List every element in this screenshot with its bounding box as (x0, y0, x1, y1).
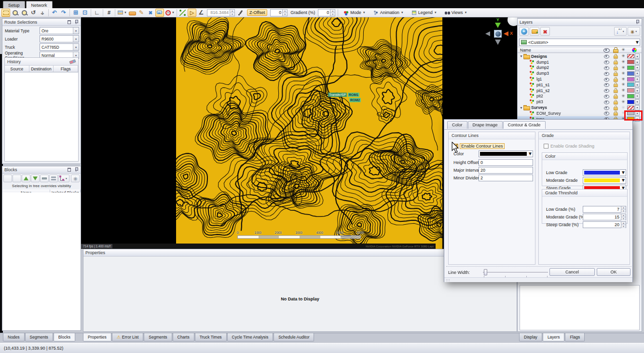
grade-threshold-spinner[interactable]: ▲▼ (621, 214, 626, 220)
axis-west-arrow-icon[interactable] (485, 31, 490, 36)
delete-icon[interactable]: ▼ (146, 9, 155, 17)
pin-icon[interactable] (73, 20, 79, 25)
slider-track[interactable] (483, 272, 548, 272)
route-field-select[interactable]: CAT785D▼ (40, 43, 79, 51)
orbit-icon[interactable]: ▼ (29, 9, 38, 17)
enable-grade-shading-checkbox[interactable] (544, 144, 548, 149)
layer-visibility-toggle[interactable] (602, 54, 611, 58)
pan-icon[interactable]: ▼ (38, 9, 47, 17)
layer-color-swatch[interactable] (627, 54, 634, 58)
settings-gear-icon[interactable]: ▼ (71, 175, 80, 182)
zoom-extents-icon[interactable]: ▼ (81, 9, 89, 17)
layer-name[interactable]: Surveys (531, 105, 602, 110)
history-table-body[interactable] (5, 73, 78, 161)
bottom-dock-tab[interactable]: Segments (144, 333, 172, 341)
node-label-rom2[interactable]: ROM2 (349, 98, 361, 102)
bottom-dock-tab[interactable]: Properties (83, 333, 111, 341)
layer-row[interactable]: ▼ pit3 ✳ ▼ (518, 99, 642, 105)
angle-input[interactable] (207, 10, 230, 15)
snap-face-icon[interactable]: ▼ (188, 9, 196, 17)
axis-y-arrow-icon[interactable] (495, 23, 501, 28)
color-column-icon[interactable] (627, 48, 642, 53)
isolate-blocks-icon[interactable]: ▼ (49, 175, 58, 182)
pin-icon[interactable] (73, 167, 79, 172)
layer-lock-toggle[interactable] (611, 59, 619, 65)
grade-threshold-input[interactable]: 20 (583, 222, 621, 228)
sort-layers-icon[interactable]: ▼ (614, 27, 627, 36)
add-folder-icon[interactable]: ▼ (530, 27, 539, 36)
float-panel-icon[interactable] (67, 20, 72, 25)
window-tab[interactable]: Network (26, 1, 53, 8)
mode-menu-icon[interactable]: Mode▼ (340, 9, 369, 17)
layer-visibility-toggle[interactable] (602, 66, 611, 70)
tree-expander-icon[interactable]: ▼ (519, 54, 523, 58)
left-dock-tab[interactable]: Blocks (54, 333, 75, 341)
speed-limit-icon[interactable]: ▼ (164, 9, 175, 17)
layer-color-swatch[interactable] (627, 60, 634, 64)
layer-color-swatch[interactable] (627, 106, 634, 110)
chevron-down-icon[interactable]: ▼ (73, 27, 79, 34)
right-dock-tab[interactable]: Display (519, 333, 542, 341)
layer-name[interactable]: Designs (531, 54, 602, 59)
chevron-down-icon[interactable]: ▼ (635, 40, 640, 45)
legend-menu-icon[interactable]: Legend▼ (408, 9, 441, 17)
axis-south-arrow-icon[interactable] (495, 40, 501, 45)
layer-render-toggle[interactable]: ✳ (619, 94, 627, 98)
layer-render-toggle[interactable]: ✳ (619, 100, 627, 104)
layer-name[interactable]: dump3 (536, 71, 602, 76)
bottom-dock-tab[interactable]: Charts (173, 333, 194, 341)
clear-history-eraser-icon[interactable] (69, 59, 76, 64)
grade-threshold-spinner[interactable]: ▲▼ (621, 206, 626, 212)
layer-row[interactable]: ▼ dump3 ✳ ▼ (518, 70, 642, 76)
layer-color-swatch[interactable] (627, 100, 634, 104)
layer-render-toggle[interactable]: ✳ (619, 60, 627, 64)
layer-lock-toggle[interactable] (611, 71, 619, 76)
bottom-dock-tab[interactable]: Error List (112, 333, 144, 341)
views-menu-icon[interactable]: Views▼ (441, 9, 471, 17)
history-column-header[interactable]: Destination (29, 66, 54, 72)
delete-layer-icon[interactable]: ▼ (540, 27, 550, 36)
layer-color-swatch[interactable] (627, 77, 634, 81)
marquee-select-icon[interactable]: ▼ (1, 9, 10, 17)
lock-column-icon[interactable] (611, 47, 619, 53)
layer-row[interactable]: ▼ Designs ✳ ▼ (518, 54, 642, 59)
draw-pencil-icon[interactable]: ▼ (137, 9, 146, 17)
layer-visibility-toggle[interactable] (602, 71, 611, 76)
grade-threshold-spinner[interactable]: ▲▼ (621, 222, 626, 228)
dialog-tab[interactable]: Drape Image (468, 121, 503, 129)
dialog-resize-grip[interactable] (444, 277, 632, 282)
bottom-dock-tab[interactable]: Cycle Time Analysis (227, 333, 274, 341)
fit-view-icon[interactable]: ▼ (71, 9, 80, 17)
swatch-dropdown[interactable]: ▼ (635, 105, 640, 110)
angle-measure-icon[interactable]: ▼ (197, 9, 206, 17)
hide-all-eye-icon[interactable]: ▼ (13, 175, 21, 182)
layer-lock-toggle[interactable] (611, 54, 619, 59)
layer-lock-toggle[interactable] (611, 65, 619, 70)
bottom-dock-tab[interactable]: Schedule Auditor (274, 333, 314, 341)
right-dock-tab[interactable]: Layers (543, 333, 565, 341)
z-offset-input[interactable] (271, 10, 282, 15)
layer-name[interactable]: EOM_Survey (536, 111, 602, 116)
enable-grade-shading-row[interactable]: Enable Grade Shading (544, 144, 594, 149)
topo-map[interactable] (176, 17, 442, 244)
undo-icon[interactable]: ▼ (50, 9, 59, 17)
name-column-label[interactable]: Name (520, 48, 602, 53)
layer-lock-toggle[interactable] (611, 99, 619, 105)
move-up-icon[interactable]: ▼ (22, 175, 30, 182)
layer-render-toggle[interactable]: ✳ (619, 66, 627, 70)
layer-lock-toggle[interactable] (611, 94, 619, 99)
layer-visibility-toggle[interactable] (602, 94, 611, 98)
render-column-wheel-icon[interactable]: ✳ (619, 48, 627, 52)
swatch-dropdown[interactable]: ▼ (635, 94, 640, 99)
chevron-down-icon[interactable]: ▼ (73, 44, 79, 50)
layer-visibility-toggle[interactable] (602, 82, 611, 87)
layer-lock-toggle[interactable] (611, 77, 619, 82)
blocks-table-body[interactable] (2, 192, 81, 330)
route-field-select[interactable]: R9600▼ (40, 35, 79, 42)
slider-handle[interactable] (484, 269, 487, 275)
dialog-tab[interactable]: Contour & Grade (503, 121, 546, 129)
axis-x-arrow-icon[interactable] (504, 31, 508, 36)
gradient-input[interactable] (318, 10, 330, 15)
angle-spinner[interactable]: ▲▼ (230, 10, 234, 16)
layer-row[interactable]: ▼ pit2 ✳ ▼ (518, 94, 642, 99)
